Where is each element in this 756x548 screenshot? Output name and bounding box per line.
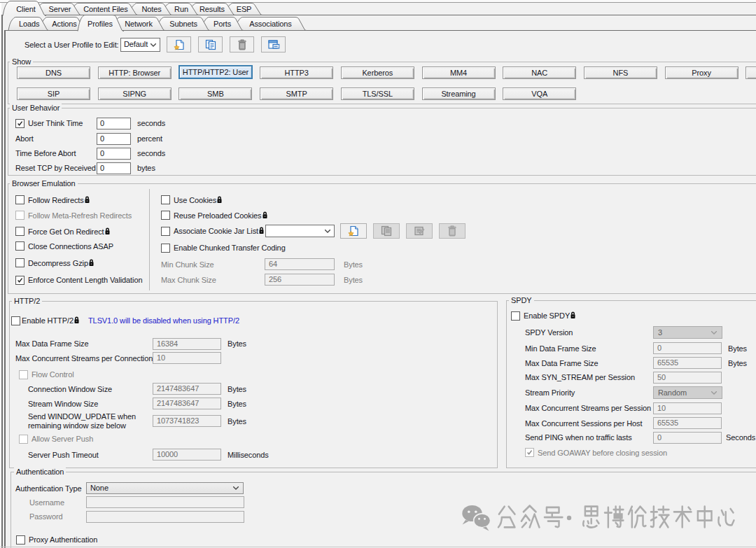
svg-text:Client: Client (16, 5, 36, 13)
svg-text:Server: Server (49, 5, 71, 13)
svg-text:Associations: Associations (249, 20, 292, 28)
svg-text:Run: Run (174, 5, 188, 13)
svg-text:Results: Results (200, 5, 225, 13)
svg-text:Ports: Ports (214, 20, 232, 28)
svg-text:Profiles: Profiles (88, 20, 113, 28)
svg-text:Loads: Loads (19, 20, 40, 28)
svg-text:ESP: ESP (237, 5, 252, 13)
svg-text:Subnets: Subnets (169, 20, 197, 28)
svg-text:Network: Network (125, 20, 153, 28)
svg-text:Notes: Notes (141, 5, 162, 13)
svg-text:Actions: Actions (52, 20, 77, 28)
svg-text:Content Files: Content Files (83, 5, 128, 13)
